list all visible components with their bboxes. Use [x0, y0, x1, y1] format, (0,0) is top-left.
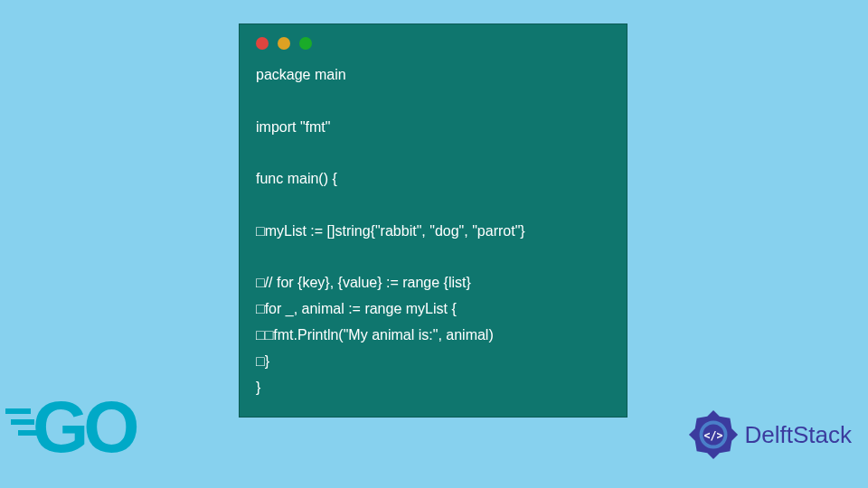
code-line: import "fmt" — [256, 119, 330, 135]
close-icon — [256, 37, 269, 50]
minimize-icon — [278, 37, 290, 50]
window-controls — [256, 37, 610, 50]
canvas-background: package main import "fmt" func main() { … — [0, 0, 868, 488]
code-line: } — [256, 380, 260, 395]
go-logo-icon: GO — [5, 389, 159, 461]
code-block: package main import "fmt" func main() { … — [256, 62, 610, 400]
code-line: □} — [256, 353, 269, 369]
maximize-icon — [299, 37, 312, 50]
code-line: func main() { — [256, 171, 337, 186]
code-line: □// for {key}, {value} := range {list} — [256, 275, 471, 290]
code-line: □□fmt.Println("My animal is:", animal) — [256, 327, 494, 343]
code-line: □myList := []string{"rabbit", "dog", "pa… — [256, 223, 525, 239]
delftstack-logo: </> DelftStack — [687, 408, 853, 461]
delftstack-text: DelftStack — [745, 421, 853, 449]
code-line: package main — [256, 67, 346, 82]
delftstack-icon-text: </> — [703, 429, 722, 442]
delftstack-badge-icon: </> — [687, 408, 740, 461]
code-line: □for _, animal := range myList { — [256, 301, 457, 316]
svg-rect-0 — [5, 408, 31, 414]
go-logo-text: GO — [33, 389, 137, 461]
code-window: package main import "fmt" func main() { … — [239, 23, 627, 418]
svg-rect-1 — [11, 419, 34, 425]
